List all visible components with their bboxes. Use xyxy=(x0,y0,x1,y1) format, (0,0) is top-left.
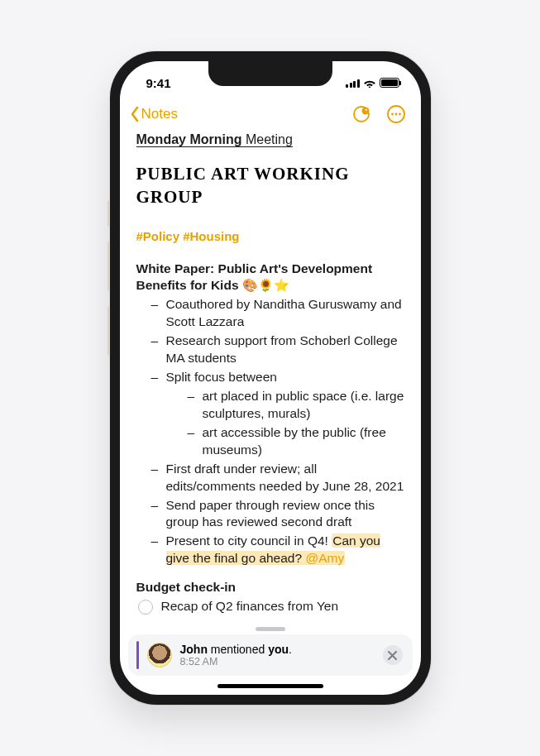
status-indicators xyxy=(346,78,399,88)
nested-list: art placed in public space (i.e. large s… xyxy=(166,388,404,459)
svg-point-6 xyxy=(399,113,401,116)
list-item: Research support from Schoberl College M… xyxy=(155,333,404,367)
list-item: Split focus between art placed in public… xyxy=(155,369,404,459)
list-item: art placed in public space (i.e. large s… xyxy=(191,388,404,423)
section-2-title: Budget check-in xyxy=(136,579,404,596)
screen: 9:41 Notes Monday M xyxy=(120,61,421,695)
close-button[interactable] xyxy=(383,645,403,665)
title-emoji: 🎨🌻⭐ xyxy=(242,278,289,292)
list-item: Present to city council in Q4! Can you g… xyxy=(155,533,404,567)
more-button[interactable] xyxy=(386,104,406,124)
nav-bar: Notes xyxy=(120,101,421,131)
checklist-label: Recap of Q2 finances from Yen xyxy=(161,598,339,615)
checkbox-icon[interactable] xyxy=(138,600,153,615)
note-title-line: Monday Morning Meeting xyxy=(136,131,404,149)
share-collab-button[interactable] xyxy=(351,104,371,124)
notif-text: John mentioned you. 8:52 AM xyxy=(180,643,375,667)
svg-point-4 xyxy=(391,113,394,116)
close-icon xyxy=(388,651,397,660)
notif-who: John xyxy=(180,643,208,656)
bullet-list: Coauthored by Nanditha Guruswamy and Sco… xyxy=(136,296,404,567)
checklist-item[interactable]: Recap of Q2 finances from Yen xyxy=(136,598,404,615)
mention[interactable]: @Amy xyxy=(305,551,344,565)
svg-point-2 xyxy=(365,109,366,111)
list-item: Send paper through review once this grou… xyxy=(155,497,404,532)
note-content[interactable]: Monday Morning Meeting PUBLIC ART WORKIN… xyxy=(120,131,421,622)
back-label: Notes xyxy=(141,106,178,122)
section-1-title: White Paper: Public Art's Development Be… xyxy=(136,261,404,295)
notch xyxy=(208,61,332,86)
mention-notification[interactable]: John mentioned you. 8:52 AM xyxy=(128,634,413,676)
svg-point-1 xyxy=(361,108,369,115)
nav-actions xyxy=(351,104,406,124)
back-button[interactable]: Notes xyxy=(130,106,178,122)
notif-accent-bar xyxy=(136,641,139,669)
notif-time: 8:52 AM xyxy=(180,656,375,667)
tags-line[interactable]: #Policy #Housing xyxy=(136,228,404,245)
list-item: Coauthored by Nanditha Guruswamy and Sco… xyxy=(155,296,404,331)
collab-icon xyxy=(351,104,371,124)
sheet-grabber[interactable] xyxy=(256,627,285,631)
battery-icon xyxy=(380,78,399,88)
svg-point-5 xyxy=(394,113,397,116)
phone-frame: 9:41 Notes Monday M xyxy=(110,51,431,705)
title-part2: Meeting xyxy=(241,132,292,146)
ellipsis-circle-icon xyxy=(386,104,406,124)
cellular-icon xyxy=(346,79,360,88)
home-indicator[interactable] xyxy=(217,684,323,688)
notif-target: you xyxy=(268,643,289,656)
status-time: 9:41 xyxy=(146,76,171,90)
note-heading: PUBLIC ART WORKING GROUP xyxy=(136,162,404,209)
avatar xyxy=(147,643,172,667)
title-part1: Monday Morning xyxy=(136,132,242,146)
list-item: First draft under review; all edits/comm… xyxy=(155,461,404,495)
list-item: art accessible by the public (free museu… xyxy=(191,424,404,459)
chevron-left-icon xyxy=(130,106,140,122)
wifi-icon xyxy=(363,78,376,88)
